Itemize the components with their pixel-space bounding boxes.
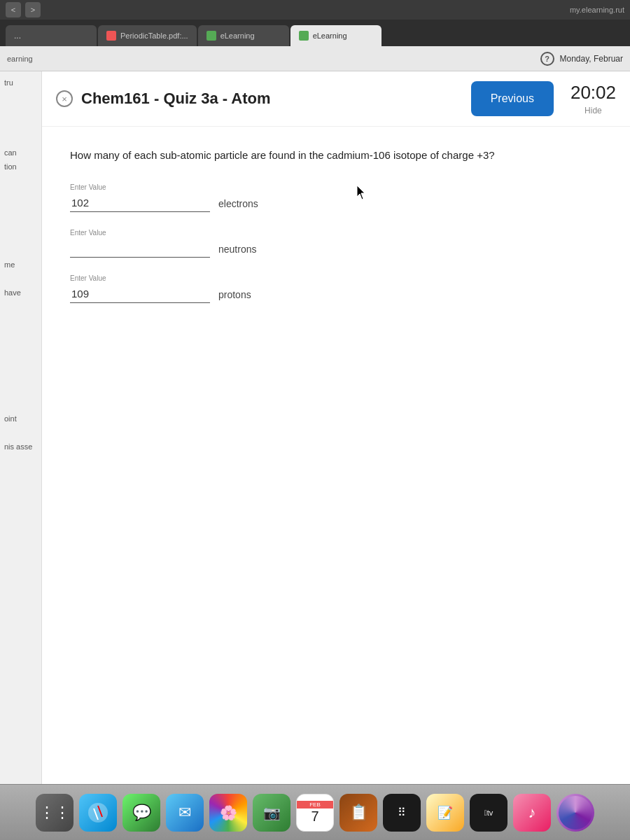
dock-wood[interactable]: 📋 — [340, 794, 377, 832]
notes-icon: 📝 — [438, 805, 453, 820]
dock-dots[interactable]: ⠿ — [383, 794, 421, 832]
safari-icon — [87, 802, 109, 824]
dock-siri[interactable] — [556, 794, 594, 832]
protons-input-group: Enter Value — [70, 274, 210, 303]
mail-icon: ✉ — [178, 804, 191, 822]
browser-topbar: < > my.elearning.rut — [0, 0, 630, 20]
tab-bar: ... PeriodicTable.pdf:... eLearning eLea… — [0, 20, 630, 46]
hide-timer-button[interactable]: Hide — [584, 106, 602, 115]
sidebar-item-have: have — [4, 288, 37, 297]
tab-elearning2-icon — [299, 31, 309, 41]
calendar-day: 7 — [311, 808, 318, 825]
neutrons-row: Enter Value neutrons — [70, 229, 602, 258]
dots-icon: ⠿ — [398, 806, 406, 819]
dock: ⋮⋮ 💬 ✉ 🌸 📷 FEB 7 📋 ⠿ 📝 — [0, 784, 630, 840]
calendar-month: FEB — [297, 801, 333, 808]
tab-elearning2[interactable]: eLearning — [290, 25, 382, 46]
nav-forward-button[interactable]: > — [25, 2, 41, 18]
dock-music[interactable]: ♪ — [513, 794, 551, 832]
neutrons-input-group: Enter Value — [70, 229, 210, 258]
facetime-icon: 📷 — [263, 804, 281, 821]
close-icon: × — [62, 94, 67, 104]
quiz-body: How many of each sub-atomic particle are… — [42, 127, 630, 341]
electrons-row: Enter Value electrons — [70, 183, 602, 212]
quiz-title: Chem161 - Quiz 3a - Atom — [81, 90, 463, 108]
dock-notes[interactable]: 📝 — [426, 794, 464, 832]
sidebar-item-asse: nis asse — [4, 442, 37, 451]
question-text: How many of each sub-atomic particle are… — [70, 148, 602, 164]
tab-blank-label: ... — [14, 31, 21, 41]
protons-row: Enter Value protons — [70, 274, 602, 303]
dock-messages[interactable]: 💬 — [122, 794, 160, 832]
dock-launchpad[interactable]: ⋮⋮ — [36, 794, 74, 832]
help-badge[interactable]: ? — [540, 52, 554, 66]
protons-input[interactable] — [70, 285, 210, 303]
dock-safari[interactable] — [79, 794, 117, 832]
dock-mail[interactable]: ✉ — [166, 794, 204, 832]
tab-periodic-icon — [106, 31, 116, 41]
sidebar-item-can: can — [4, 148, 37, 157]
protons-label: Enter Value — [70, 274, 210, 282]
messages-icon: 💬 — [132, 804, 151, 822]
wood-icon: 📋 — [349, 804, 368, 822]
tab-elearning1[interactable]: eLearning — [198, 25, 289, 46]
tab-blank[interactable]: ... — [6, 25, 97, 46]
nav-back-button[interactable]: < — [6, 2, 21, 18]
address-bar: earning ? Monday, Februar — [0, 46, 630, 71]
electrons-input[interactable] — [70, 194, 210, 212]
electrons-input-group: Enter Value — [70, 183, 210, 212]
timer-display: 20:02 — [570, 82, 616, 104]
timer-area: 20:02 Hide — [570, 82, 616, 116]
neutrons-input[interactable] — [70, 239, 210, 258]
help-badge-label: ? — [545, 55, 550, 63]
quiz-header: × Chem161 - Quiz 3a - Atom Previous 20:0… — [42, 71, 630, 127]
tab-periodic-label: PeriodicTable.pdf:... — [120, 31, 188, 40]
dock-calendar[interactable]: FEB 7 — [296, 794, 334, 832]
quiz-area: × Chem161 - Quiz 3a - Atom Previous 20:0… — [42, 71, 630, 784]
tab-periodic[interactable]: PeriodicTable.pdf:... — [98, 25, 197, 46]
sidebar-item-tion: tion — [4, 162, 37, 171]
dock-photos[interactable]: 🌸 — [209, 794, 247, 832]
calendar-inner: FEB 7 — [297, 801, 333, 825]
date-text: Monday, Februar — [560, 54, 624, 64]
siri-icon — [559, 796, 592, 830]
launchpad-icon: ⋮⋮ — [39, 805, 70, 820]
electrons-label: Enter Value — [70, 183, 210, 191]
protons-particle-label: protons — [218, 289, 251, 303]
photos-icon: 🌸 — [220, 804, 237, 821]
dock-appletv[interactable]: tv — [470, 794, 507, 832]
appletv-icon: tv — [484, 808, 493, 817]
main-content: tru can tion me have oint nis asse × Che… — [0, 71, 630, 784]
sidebar-item-tru: tru — [4, 78, 37, 87]
previous-button[interactable]: Previous — [471, 81, 554, 116]
neutrons-label: Enter Value — [70, 229, 210, 237]
music-icon: ♪ — [528, 804, 536, 822]
electrons-particle-label: electrons — [218, 198, 258, 212]
sidebar-item-oint: oint — [4, 414, 37, 423]
domain-text: my.elearning.rut — [570, 6, 624, 14]
dock-facetime[interactable]: 📷 — [253, 794, 290, 832]
address-text: earning — [7, 55, 535, 63]
neutrons-particle-label: neutrons — [218, 244, 256, 258]
tab-elearning1-icon — [206, 31, 216, 41]
sidebar-item-me: me — [4, 260, 37, 269]
sidebar: tru can tion me have oint nis asse — [0, 71, 42, 784]
close-button[interactable]: × — [56, 90, 73, 107]
tab-elearning2-label: eLearning — [313, 31, 347, 40]
tab-elearning1-label: eLearning — [220, 31, 255, 40]
